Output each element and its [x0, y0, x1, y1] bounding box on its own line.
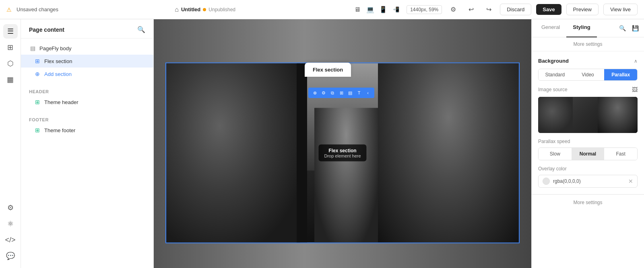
footer-section: Footer ⊞ Theme footer [21, 112, 153, 140]
theme-header-icon: ⊞ [34, 98, 41, 106]
car-door [297, 63, 307, 242]
unpublished-dot [203, 8, 206, 11]
device-icons: 🖥 💻 📱 📲 [352, 4, 402, 15]
image-preview-inner [538, 97, 638, 133]
tool-move[interactable]: ⊕ [311, 89, 319, 97]
add-section-icon: ⊕ [34, 70, 41, 78]
topbar-center: 🖥 💻 📱 📲 1440px, 59% ⚙ ↩ ↪ Discard Save P… [352, 3, 638, 16]
overlay-color-input-row: rgba(0,0,0,0) ✕ [538, 175, 638, 188]
theme-footer-label: Theme footer [44, 127, 75, 133]
image-source-icon[interactable]: 🖼 [632, 86, 638, 93]
canvas-wrapper[interactable]: Flex section ⊕ ⚙ ⧉ ⊞ ▤ T ‹ [154, 19, 531, 268]
color-clear-icon[interactable]: ✕ [628, 178, 633, 184]
tree-pagefly-body[interactable]: ▤ PageFly body [21, 42, 153, 55]
rail-apps-icon[interactable]: ⬡ [3, 56, 18, 71]
rp-tabs: General Styling 🔍 💾 [532, 19, 644, 37]
topbar: ⚠ Unsaved changes ⌂ Untitled Unpublished… [0, 0, 644, 19]
main-area: ☰ ⊞ ⬡ ▦ ⚙ ⚛ </> 💬 Page content 🔍 ▤ PageF… [0, 19, 644, 268]
rp-save-icon[interactable]: 💾 [630, 23, 641, 34]
speed-slow[interactable]: Slow [539, 148, 572, 160]
theme-header-label: Theme header [44, 99, 78, 105]
home-icon: ⌂ [175, 6, 179, 13]
resolution-label: 1440px, 59% [407, 5, 442, 14]
image-source-header: Image source 🖼 [538, 86, 638, 93]
rail-chat-icon[interactable]: 💬 [3, 249, 18, 263]
topbar-left: ⚠ Unsaved changes [6, 6, 58, 13]
tree-section: ▤ PageFly body ⊞ Flex section ⊕ Add sect… [21, 39, 153, 84]
rp-background-section: Background ∧ Standard Video Parallax Ima… [532, 51, 644, 194]
tab-styling[interactable]: Styling [566, 19, 597, 37]
speed-normal[interactable]: Normal [572, 148, 605, 160]
rail-media-icon[interactable]: ▦ [3, 72, 18, 87]
more-settings-bottom[interactable]: More settings [532, 194, 644, 210]
save-button[interactable]: Save [536, 4, 561, 15]
flex-section-label: Flex section [44, 58, 72, 64]
preview-button[interactable]: Preview [566, 4, 599, 15]
tablet-icon[interactable]: 📱 [378, 4, 389, 15]
bg-style-parallax[interactable]: Parallax [604, 69, 637, 80]
floating-section-tab: Flex section [305, 63, 351, 77]
person-center [314, 108, 378, 243]
tool-copy[interactable]: ⧉ [328, 89, 336, 97]
pagefly-body-label: PageFly body [39, 45, 72, 51]
bg-style-standard[interactable]: Standard [539, 69, 572, 80]
bg-style-video[interactable]: Video [572, 69, 605, 80]
header-section: Header ⊞ Theme header [21, 84, 153, 112]
panel-title: Page content [29, 27, 64, 33]
bg-style-tabs: Standard Video Parallax [538, 69, 638, 81]
pagefly-body-icon: ▤ [29, 45, 36, 52]
rail-settings-icon[interactable]: ⚙ [3, 200, 18, 215]
view-live-button[interactable]: View live [603, 4, 638, 15]
tool-collapse[interactable]: ‹ [364, 89, 372, 97]
rp-background-header: Background ∧ [538, 58, 638, 64]
more-settings-top[interactable]: More settings [538, 41, 638, 47]
tool-layout[interactable]: ▤ [346, 89, 354, 97]
add-section-label: Add section [44, 71, 72, 77]
tree-add-section[interactable]: ⊕ Add section [21, 68, 153, 80]
settings-icon[interactable]: ⚙ [447, 3, 460, 16]
background-chevron[interactable]: ∧ [634, 58, 638, 64]
unpublished-label: Unpublished [208, 7, 235, 12]
color-swatch[interactable] [543, 178, 550, 185]
unsaved-label: Unsaved changes [17, 6, 58, 12]
color-value: rgba(0,0,0,0) [553, 178, 625, 184]
person-left [166, 63, 300, 242]
footer-label: Footer [21, 115, 153, 124]
rail-pages-icon[interactable]: ☰ [3, 24, 18, 39]
tool-settings[interactable]: ⚙ [320, 89, 328, 97]
left-panel: Page content 🔍 ▤ PageFly body ⊞ Flex sec… [21, 19, 154, 268]
tree-flex-section[interactable]: ⊞ Flex section [21, 55, 153, 68]
site-name: Untitled [181, 6, 200, 12]
image-preview[interactable] [538, 97, 638, 133]
rail-store-icon[interactable]: ⚛ [3, 217, 18, 231]
warning-icon: ⚠ [6, 6, 12, 13]
rail-elements-icon[interactable]: ⊞ [3, 40, 18, 55]
speed-fast[interactable]: Fast [604, 148, 637, 160]
redo-icon[interactable]: ↪ [482, 3, 495, 16]
person-right [378, 63, 519, 242]
panel-search-icon[interactable]: 🔍 [137, 26, 145, 33]
tool-duplicate[interactable]: ⊞ [337, 89, 345, 97]
background-title: Background [538, 58, 569, 64]
parallax-speed-label: Parallax speed [538, 139, 638, 144]
header-label: Header [21, 87, 153, 96]
rp-search-icon[interactable]: 🔍 [617, 23, 628, 34]
image-source-label: Image source [538, 87, 568, 92]
canvas-toolbar: ⊕ ⚙ ⧉ ⊞ ▤ T ‹ [308, 88, 374, 98]
laptop-icon[interactable]: 💻 [365, 4, 376, 15]
desktop-icon[interactable]: 🖥 [352, 4, 363, 15]
tree-theme-header[interactable]: ⊞ Theme header [21, 96, 153, 108]
rp-tab-icons: 🔍 💾 [617, 19, 641, 37]
rp-more-settings-top: More settings [532, 37, 644, 51]
right-panel: General Styling 🔍 💾 More settings Backgr… [531, 19, 644, 268]
rail-code-icon[interactable]: </> [3, 233, 18, 247]
flex-section-icon: ⊞ [34, 57, 41, 65]
tree-theme-footer[interactable]: ⊞ Theme footer [21, 124, 153, 137]
undo-icon[interactable]: ↩ [464, 3, 477, 16]
theme-footer-icon: ⊞ [34, 127, 41, 134]
tab-general[interactable]: General [535, 19, 566, 37]
discard-button[interactable]: Discard [500, 4, 531, 15]
tool-text[interactable]: T [355, 89, 363, 97]
mobile-icon[interactable]: 📲 [390, 4, 402, 15]
overlay-color-label: Overlay color [538, 166, 638, 172]
